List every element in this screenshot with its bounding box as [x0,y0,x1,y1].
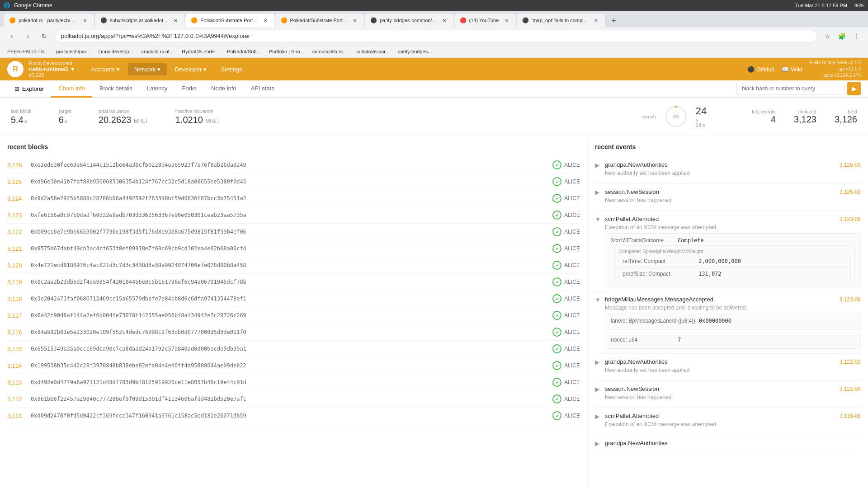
event-toggle-icon[interactable]: ▶ [595,386,601,392]
bookmark-item[interactable]: cumulus/lib.rs ... [309,48,352,55]
bookmark-button[interactable]: ☆ [821,30,834,42]
block-number-link[interactable]: 3,111 [7,413,25,419]
content-tab-block-details[interactable]: Block details [92,80,140,98]
block-number-link[interactable]: 3,119 [7,279,25,286]
block-number-link[interactable]: 3,115 [7,346,25,352]
bookmark-item[interactable]: Linux develop... [95,48,137,55]
close-tab-icon[interactable]: ✕ [503,17,510,24]
epoch-section: epoch 0% 24 s 24 s [642,104,707,129]
close-tab-icon[interactable]: ✕ [351,17,359,24]
block-number-link[interactable]: 3,117 [7,312,25,319]
block-number-link[interactable]: 3,122 [7,229,25,235]
navbar-menu-network[interactable]: Network ▾ [128,63,167,75]
bookmark-item[interactable]: Portfolio | Sha... [265,48,308,55]
event-ref-link[interactable]: 3,126-03 [840,162,861,168]
block-number-link[interactable]: 3,123 [7,212,25,219]
forward-button[interactable]: › [22,30,34,42]
block-author: ALICE [552,344,580,353]
tab-favicon: 🟠 [281,17,288,23]
block-number-link[interactable]: 3,114 [7,362,25,369]
search-button[interactable]: ▶ [847,82,861,95]
browser-tab-2[interactable]: ⚫subxt/scripts at polkadot...✕ [95,14,184,27]
block-hash: 0xd09d2470f0fd5d0422cf369fccc347f160941a… [31,413,547,419]
github-icon: ⚫ [747,66,755,73]
block-hash: 0x8575b67dabf49cb3ac4cf653f8ef89918e7f60… [31,245,547,252]
block-number-link[interactable]: 3,120 [7,262,25,269]
address-input[interactable] [54,30,817,42]
bookmark-item[interactable]: Polkadot/Sub... [223,48,264,55]
close-tab-icon[interactable]: ✕ [592,17,599,24]
event-ref-link[interactable]: 3,123-08 [840,296,861,303]
last-events-section: last events 4 finalized 3,123 best 3,126 [752,109,857,125]
close-tab-icon[interactable]: ✕ [81,17,89,24]
epoch-unit: s [696,117,707,122]
event-toggle-icon[interactable]: ▶ [595,440,601,446]
reload-button[interactable]: ↻ [38,30,51,42]
event-name: session.NewSession [605,188,836,195]
close-tab-icon[interactable]: ✕ [262,17,269,24]
bookmark-item[interactable]: PEER-PALLETS... [4,48,52,55]
explorer-tab[interactable]: ⊞ Explorer [7,81,51,97]
block-search: ▶ [736,82,861,95]
navbar-right: ⚫ GitHub 📖 Wiki Rialto Bridge Node v0.1.… [747,60,861,79]
event-name: xcmPallet.Attempted [605,413,836,419]
event-ref-link[interactable]: 3,119-08 [840,413,861,419]
bookmark-item[interactable]: crust/lib.rs at... [138,48,178,55]
search-input[interactable] [736,83,844,94]
extensions-button[interactable]: 🧩 [835,30,848,42]
best-stat: best 3,126 [835,109,857,125]
event-ref-link[interactable]: 3,123-09 [840,216,861,222]
event-ref-link[interactable]: 3,126-00 [840,189,861,195]
epoch-value: 24 [696,105,707,117]
event-toggle-icon[interactable]: ▼ [595,296,601,303]
menu-button[interactable]: ⋮ [850,30,863,42]
content-tab-chain-info[interactable]: Chain info [51,80,92,98]
tab-label: 'map_opt' fails to compi... [532,18,587,23]
event-toggle-icon[interactable]: ▶ [595,162,601,168]
content-tab-api-stats[interactable]: API stats [244,80,282,98]
new-tab-button[interactable]: + [608,14,620,27]
list-item: ▼ xcmPallet.Attempted 3,123-09 Execution… [595,211,861,291]
block-number-link[interactable]: 3,126 [7,162,25,169]
content-tab-latency[interactable]: Latency [140,80,175,98]
wiki-link[interactable]: 📖 Wiki [782,66,802,73]
author-icon [552,194,561,203]
content-tab-node-info[interactable]: Node info [204,80,244,98]
tab-label: polkadot.rs - paritytech/p... [19,18,77,23]
event-toggle-icon[interactable]: ▶ [595,413,601,419]
event-toggle-icon[interactable]: ▶ [595,359,601,365]
browser-tabs-bar: 🟠polkadot.rs - paritytech/p...✕⚫subxt/sc… [0,11,868,27]
block-number-link[interactable]: 3,112 [7,396,25,403]
bookmark-item[interactable]: paritytech/par... [52,48,94,55]
navbar-menu-settings[interactable]: Settings [215,63,249,75]
bookmark-item[interactable]: HydraDX-node... [178,48,222,55]
github-link[interactable]: ⚫ GitHub [747,66,774,73]
content-tab-forks[interactable]: Forks [175,80,204,98]
block-number-link[interactable]: 3,118 [7,296,25,302]
event-toggle-icon[interactable]: ▼ [595,216,601,222]
close-tab-icon[interactable]: ✕ [441,17,448,24]
browser-tab-4[interactable]: 🟠Polkadot/Substrate Port...✕ [275,14,364,27]
browser-tab-5[interactable]: ⚫parity-bridges-common/...✕ [365,14,453,27]
event-ref-link[interactable]: 3,122-00 [840,386,861,392]
event-ref-link[interactable]: 3,122-03 [840,359,861,365]
bookmark-item[interactable]: substrate-par... [353,48,393,55]
browser-tab-1[interactable]: 🟠polkadot.rs - paritytech/p...✕ [4,14,94,27]
browser-tab-7[interactable]: ⚫'map_opt' fails to compi...✕ [517,14,604,27]
back-button[interactable]: ‹ [5,30,18,42]
browser-tab-3[interactable]: 🟠Polkadot/Substrate Port...✕ [185,14,274,27]
browser-tab-6[interactable]: 🔴(14) YouTube✕ [454,14,516,27]
block-number-link[interactable]: 3,125 [7,178,25,185]
navbar-menu-developer[interactable]: Developer ▾ [169,63,213,75]
block-number-link[interactable]: 3,116 [7,329,25,336]
main-content: recent blocks 3,126 0xe2ede30fec69e84c14… [0,136,868,488]
table-row: 3,120 0x4e721ecd8186976c4ac821d3c7d3c343… [7,257,580,274]
close-tab-icon[interactable]: ✕ [172,17,179,24]
block-number-link[interactable]: 3,124 [7,195,25,202]
block-number-link[interactable]: 3,121 [7,245,25,252]
event-toggle-icon[interactable]: ▶ [595,189,601,195]
block-number-link[interactable]: 3,113 [7,379,25,386]
navbar-menu-accounts[interactable]: Accounts ▾ [85,63,126,75]
bookmark-item[interactable]: parity-bridges-... [394,48,437,55]
runtime-value[interactable]: rialto-runtime/1 ▼ [29,66,75,72]
